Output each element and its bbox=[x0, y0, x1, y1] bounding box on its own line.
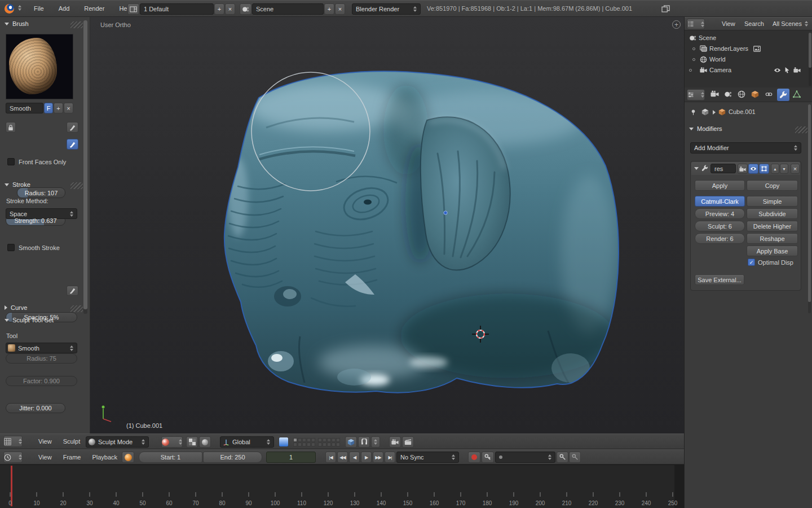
outliner-search-menu[interactable]: Search bbox=[743, 17, 765, 30]
renderability-camera-icon[interactable] bbox=[793, 67, 801, 73]
modifier-viewport-toggle[interactable] bbox=[748, 164, 758, 174]
editor-type-button[interactable] bbox=[3, 436, 23, 447]
timeline-menu-item[interactable]: View bbox=[37, 454, 53, 461]
subdivision-type-catmull-clark-button[interactable]: Catmull-Clark bbox=[695, 196, 745, 207]
breadcrumb-object-name[interactable]: Cube.001 bbox=[729, 108, 756, 115]
snap-element-dropdown[interactable] bbox=[371, 436, 380, 448]
optimal-display-checkbox[interactable]: ✓ bbox=[748, 259, 755, 266]
outliner-item-label[interactable]: Scene bbox=[699, 34, 716, 41]
brush-add-button[interactable]: + bbox=[54, 103, 63, 113]
delete-higher-button[interactable]: Delete Higher bbox=[747, 221, 798, 231]
strength-pressure-button[interactable] bbox=[67, 139, 78, 150]
window-duplicate-icon[interactable] bbox=[661, 5, 670, 12]
insert-keyframe-button[interactable] bbox=[557, 452, 568, 463]
hierarchy-dot-icon[interactable] bbox=[692, 58, 695, 61]
playback-button[interactable]: |◀ bbox=[325, 452, 336, 463]
smooth-stroke-radius-slider[interactable]: Radius: 75 bbox=[6, 353, 77, 364]
manipulator-toggle-icon[interactable] bbox=[279, 437, 289, 447]
selectability-arrow-icon[interactable] bbox=[784, 67, 790, 73]
layers-group-1[interactable] bbox=[293, 438, 315, 446]
jitter-slider[interactable]: Jitter: 0.000 bbox=[6, 403, 65, 413]
blender-logo-icon[interactable] bbox=[5, 4, 14, 14]
tab-modifiers-active[interactable] bbox=[777, 89, 789, 101]
screen-layout-name-field[interactable]: 1 Default bbox=[140, 3, 214, 15]
outliner-row-renderlayers[interactable]: RenderLayers bbox=[685, 43, 809, 54]
scene-add-button[interactable]: + bbox=[324, 3, 334, 15]
tab-scene[interactable] bbox=[724, 90, 732, 98]
outliner-item-label[interactable]: World bbox=[709, 56, 726, 63]
tab-object-data[interactable] bbox=[793, 90, 801, 98]
orientation-dropdown[interactable]: Global bbox=[220, 436, 274, 448]
layers-widget[interactable] bbox=[293, 438, 340, 446]
sculpt-level-field[interactable]: Sculpt: 6 bbox=[695, 221, 745, 231]
tab-object[interactable] bbox=[751, 90, 759, 98]
hierarchy-dot-icon[interactable] bbox=[689, 69, 692, 72]
front-faces-only-checkbox[interactable] bbox=[7, 158, 15, 165]
screen-layout-add-button[interactable]: + bbox=[214, 3, 224, 15]
image-icon[interactable] bbox=[753, 46, 761, 52]
modifier-move-up-button[interactable]: ▲ bbox=[771, 164, 779, 174]
outliner-row-scene[interactable]: Scene bbox=[685, 33, 809, 43]
brush-unlink-button[interactable]: × bbox=[64, 103, 73, 113]
frame-end-field[interactable]: End: 250 bbox=[203, 452, 262, 463]
radius-pressure-button[interactable] bbox=[67, 122, 78, 133]
scene-name-field[interactable]: Scene bbox=[252, 3, 324, 15]
jitter-pressure-button[interactable] bbox=[67, 286, 78, 296]
modifier-copy-button[interactable]: Copy bbox=[747, 180, 798, 191]
preview-level-field[interactable]: Preview: 4 bbox=[695, 208, 745, 219]
brush-preview[interactable] bbox=[6, 34, 73, 99]
view3d-menu-item[interactable]: Sculpt bbox=[62, 438, 82, 445]
keying-set-dropdown[interactable] bbox=[495, 452, 555, 463]
topbar-menu-item[interactable]: File bbox=[33, 5, 45, 12]
brush-name-field[interactable]: Smooth bbox=[6, 103, 43, 113]
outliner-editor-type-button[interactable] bbox=[687, 19, 705, 29]
hierarchy-dot-icon[interactable] bbox=[692, 47, 695, 50]
snap-toggle-button[interactable] bbox=[358, 436, 370, 448]
record-button[interactable] bbox=[468, 452, 480, 463]
modifier-name-field[interactable]: res bbox=[710, 164, 736, 173]
visibility-eye-icon[interactable] bbox=[774, 68, 781, 73]
save-external-button[interactable]: Save External... bbox=[695, 274, 744, 285]
delete-keyframe-button[interactable] bbox=[569, 452, 581, 463]
reshape-button[interactable]: Reshape bbox=[747, 233, 798, 244]
sync-dropdown[interactable]: No Sync bbox=[396, 452, 459, 463]
playback-button[interactable]: ▶| bbox=[385, 452, 395, 463]
render-opengl-anim-button[interactable] bbox=[402, 436, 414, 448]
render-engine-dropdown[interactable]: Blender Render bbox=[352, 3, 421, 15]
subdivision-type-simple-button[interactable]: Simple bbox=[747, 196, 798, 207]
tab-render[interactable] bbox=[710, 90, 719, 97]
timeline-menu-item[interactable]: Frame bbox=[62, 454, 82, 461]
viewport-shading-button[interactable] bbox=[161, 436, 183, 448]
properties-editor-type-button[interactable] bbox=[687, 89, 705, 100]
tab-constraints[interactable] bbox=[765, 91, 773, 98]
timeline-menu-item[interactable]: Playback bbox=[91, 454, 118, 461]
topbar-menu-item[interactable]: Add bbox=[58, 5, 71, 12]
brush-radius-slider[interactable]: Radius: 107 bbox=[17, 187, 65, 198]
outliner-scrollbar-thumb[interactable] bbox=[809, 33, 811, 68]
playback-button[interactable]: ◀◀ bbox=[337, 452, 348, 463]
smooth-stroke-checkbox[interactable] bbox=[7, 244, 15, 251]
brush-fake-user-button[interactable]: F bbox=[44, 103, 53, 113]
brush-strength-slider[interactable]: Strength: 0.637 bbox=[6, 215, 65, 226]
scene-delete-button[interactable]: × bbox=[335, 3, 345, 15]
outliner-filter-dropdown[interactable]: All Scenes bbox=[773, 17, 808, 30]
outliner-row-camera[interactable]: Camera bbox=[685, 65, 809, 76]
modifier-render-toggle[interactable] bbox=[738, 164, 748, 174]
browse-cube-icon[interactable] bbox=[701, 108, 709, 116]
pivot-center-button[interactable] bbox=[199, 436, 211, 448]
outliner-view-menu[interactable]: View bbox=[721, 17, 736, 30]
view3d-menu-item[interactable]: View bbox=[37, 438, 53, 445]
add-modifier-dropdown[interactable]: Add Modifier bbox=[690, 142, 801, 154]
properties-scrollbar-thumb[interactable] bbox=[808, 104, 811, 302]
sculpt-tool-dropdown[interactable]: Smooth bbox=[6, 343, 77, 353]
timeline-ruler[interactable]: 0102030405060708090100110120130140150160… bbox=[0, 465, 684, 508]
topbar-menu-item[interactable]: Render bbox=[83, 5, 105, 12]
smooth-stroke-factor-slider[interactable]: Factor: 0.900 bbox=[6, 376, 77, 386]
outliner-item-label[interactable]: Camera bbox=[709, 67, 731, 73]
layers-group-2[interactable] bbox=[318, 438, 340, 446]
curve-panel-header[interactable]: Curve bbox=[5, 304, 27, 311]
editor-type-arrows-icon[interactable] bbox=[18, 5, 21, 11]
outliner-row-world[interactable]: World bbox=[685, 54, 809, 65]
auto-key-mode-button[interactable] bbox=[482, 452, 494, 463]
modifier-delete-button[interactable]: × bbox=[791, 164, 800, 174]
